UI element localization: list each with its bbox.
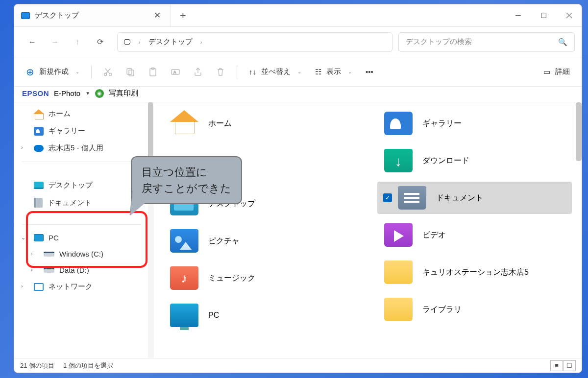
gallery-icon <box>34 127 44 136</box>
item-label: ダウンロード <box>422 156 469 166</box>
scrollbar-thumb[interactable] <box>148 102 153 161</box>
svg-point-4 <box>104 73 107 75</box>
sidebar-item-network[interactable]: ›ネットワーク <box>14 278 149 295</box>
callout-bubble: 目立つ位置に 戻すことができた <box>131 156 242 204</box>
back-button[interactable]: ← <box>21 31 44 53</box>
close-button[interactable] <box>556 4 582 27</box>
view-button[interactable]: ☷ 表示 ⌄ <box>309 62 358 82</box>
view-toggle: ≡ ☐ <box>550 360 576 371</box>
epson-app[interactable]: E-Photo <box>54 89 80 97</box>
paste-button[interactable] <box>143 67 163 77</box>
pc-icon <box>34 234 44 241</box>
details-label: 詳細 <box>555 67 570 76</box>
sidebar-item-label: Windows (C:) <box>59 250 103 258</box>
item-pictures[interactable]: ピクチャ <box>163 225 358 257</box>
item-download[interactable]: ダウンロード <box>377 144 572 177</box>
sidebar-item-drive-c[interactable]: ›Windows (C:) <box>14 246 149 262</box>
item-label: PC <box>208 311 219 320</box>
share-button[interactable] <box>188 67 208 77</box>
sidebar-item-onedrive[interactable]: ›志木店5 - 個人用 <box>14 140 149 157</box>
sidebar-item-pc[interactable]: ⌄PC <box>14 230 149 246</box>
callout-line: 戻すことができた <box>142 180 231 196</box>
window-tab[interactable]: デスクトップ ✕ <box>14 4 171 26</box>
svg-rect-9 <box>129 70 134 76</box>
content-column: ホーム デスクトップ ピクチャ ♪ミュージック PC <box>163 107 358 353</box>
drive-icon <box>44 268 54 273</box>
scrollbar-thumb[interactable] <box>576 102 582 161</box>
close-tab-icon[interactable]: ✕ <box>151 8 164 23</box>
chevron-down-icon: ⌄ <box>348 69 352 74</box>
up-button[interactable]: ↑ <box>66 31 89 53</box>
copy-button[interactable] <box>120 67 141 77</box>
maximize-button[interactable] <box>531 4 556 27</box>
sort-label: 並べ替え <box>261 67 291 76</box>
details-button[interactable]: ▭ 詳細 <box>538 62 576 82</box>
view-icon: ☷ <box>315 68 321 76</box>
video-folder-icon <box>384 223 413 247</box>
body: ホーム ギャラリー ›志木店5 - 個人用 デスクトップ ドキュメント📌 ⌄PC… <box>14 102 582 358</box>
item-label: ギャラリー <box>422 118 462 129</box>
callout-line: 目立つ位置に <box>142 164 231 180</box>
item-gallery[interactable]: ギャラリー <box>377 107 572 140</box>
checkbox-checked-icon[interactable]: ✓ <box>383 193 392 202</box>
network-icon <box>34 283 44 291</box>
search-input[interactable]: デスクトップの検索 🔍 <box>398 32 575 52</box>
sidebar: ホーム ギャラリー ›志木店5 - 個人用 デスクトップ ドキュメント📌 ⌄PC… <box>14 102 153 358</box>
item-curiostation[interactable]: キュリオステーション志木店5 <box>377 256 572 288</box>
sidebar-item-desktop[interactable]: デスクトップ <box>14 177 149 194</box>
delete-button[interactable] <box>210 67 231 77</box>
rename-button[interactable]: A <box>165 67 186 77</box>
sidebar-item-label: デスクトップ <box>49 181 93 190</box>
item-label: ビデオ <box>422 230 446 240</box>
gallery-icon <box>384 112 413 135</box>
chevron-right-icon[interactable]: › <box>31 267 38 273</box>
sidebar-item-home[interactable]: ホーム <box>14 105 149 122</box>
item-music[interactable]: ♪ミュージック <box>163 262 358 294</box>
chevron-right-icon[interactable]: › <box>31 251 38 257</box>
documents-folder-icon <box>398 186 426 210</box>
content-pane[interactable]: ホーム デスクトップ ピクチャ ♪ミュージック PC ギャラリー ダウンロード … <box>153 102 582 358</box>
svg-rect-8 <box>127 69 132 74</box>
home-icon <box>170 112 198 135</box>
onedrive-icon <box>34 145 44 152</box>
item-label: ライブラリ <box>422 305 462 315</box>
separator <box>91 65 92 79</box>
chevron-right-icon: › <box>139 39 141 45</box>
sidebar-scrollbar[interactable] <box>148 102 153 358</box>
item-label: ドキュメント <box>436 193 483 203</box>
details-icon: ▭ <box>543 68 550 76</box>
music-folder-icon: ♪ <box>170 266 198 290</box>
minimize-button[interactable] <box>505 4 531 27</box>
titlebar: デスクトップ ✕ + <box>14 4 582 27</box>
refresh-button[interactable]: ⟳ <box>89 31 111 53</box>
home-icon <box>34 110 44 118</box>
chevron-down-icon[interactable]: ⌄ <box>21 235 28 241</box>
separator <box>22 162 141 162</box>
item-home[interactable]: ホーム <box>163 107 358 140</box>
sidebar-item-label: ホーム <box>49 109 71 118</box>
chevron-right-icon[interactable]: › <box>21 283 28 289</box>
view-grid-button[interactable]: ☐ <box>563 360 576 371</box>
sidebar-item-drive-d[interactable]: ›Data (D:) <box>14 262 149 278</box>
forward-button[interactable]: → <box>44 31 66 53</box>
sort-button[interactable]: ↑↓ 並べ替え ⌄ <box>243 62 307 82</box>
view-list-button[interactable]: ≡ <box>550 360 563 371</box>
item-library[interactable]: ライブラリ <box>377 293 572 326</box>
breadcrumb-segment[interactable]: デスクトップ <box>148 37 193 47</box>
new-button[interactable]: ⊕ 新規作成 ⌄ <box>20 62 85 82</box>
address-bar[interactable]: 🖵 › デスクトップ › <box>117 32 392 52</box>
more-button[interactable]: ••• <box>360 62 379 82</box>
item-documents[interactable]: ✓ドキュメント <box>377 182 572 214</box>
item-video[interactable]: ビデオ <box>377 219 572 251</box>
epson-print[interactable]: 写真印刷 <box>109 89 138 98</box>
new-tab-button[interactable]: + <box>171 9 195 22</box>
sidebar-item-gallery[interactable]: ギャラリー <box>14 122 149 140</box>
new-label: 新規作成 <box>39 67 69 76</box>
cut-button[interactable] <box>98 67 118 77</box>
download-folder-icon <box>384 149 413 172</box>
item-pc[interactable]: PC <box>163 299 358 331</box>
content-scrollbar[interactable] <box>576 102 582 358</box>
item-label: ホーム <box>208 118 232 129</box>
folder-icon <box>384 298 413 321</box>
chevron-right-icon[interactable]: › <box>21 144 28 150</box>
